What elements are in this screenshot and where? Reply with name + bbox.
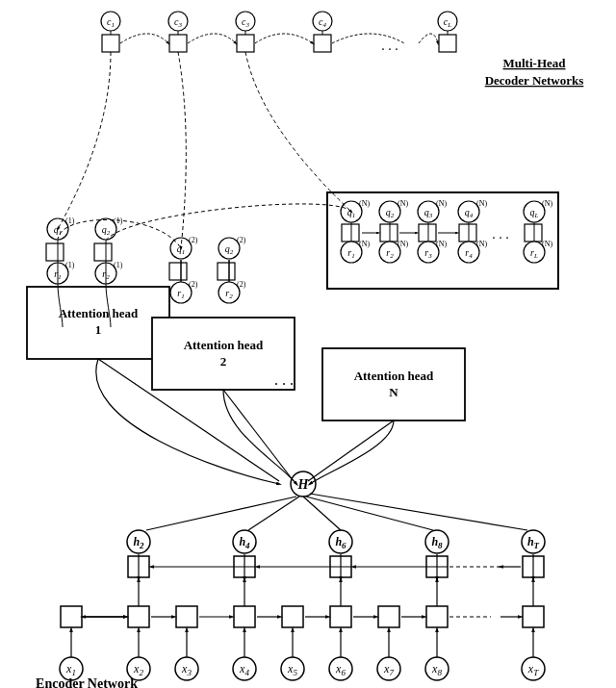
headN-sqL xyxy=(525,224,542,242)
architecture-diagram: x1 x2 x3 x4 x5 x6 x7 x8 xT h2 h4 h6 h8 h… xyxy=(0,0,616,688)
c-forward-3 xyxy=(255,34,313,43)
enc-sq-8 xyxy=(426,606,448,627)
sup-q2-2: (2) xyxy=(237,236,246,244)
head1-to-headN-link xyxy=(106,204,351,241)
sup-qL-N: (N) xyxy=(542,199,552,208)
sup-q2-N: (N) xyxy=(398,199,408,208)
H-to-hT xyxy=(310,494,527,530)
att-head-1-label-line1: Attention head xyxy=(59,306,139,320)
headN-sq2 xyxy=(380,224,398,242)
enc-sq-5 xyxy=(282,606,303,627)
sup-r2-N: (N) xyxy=(398,240,408,248)
sup-q1-1: (1) xyxy=(65,217,75,225)
dots-c: . . . xyxy=(381,38,398,53)
sup-q4-N: (N) xyxy=(476,199,487,208)
sup-r1-1: (1) xyxy=(65,261,75,269)
att-head-2-label-line2: 2 xyxy=(220,354,227,369)
sup-r2-2: (2) xyxy=(237,280,246,289)
headN-sq3 xyxy=(419,224,436,242)
c3a-sq xyxy=(169,35,187,52)
multi-head-title-2: Decoder Networks xyxy=(485,73,584,88)
head1-sq2 xyxy=(94,243,112,261)
diagram: x1 x2 x3 x4 x5 x6 x7 x8 xT h2 h4 h6 h8 h… xyxy=(0,0,616,688)
enc-sq-7 xyxy=(378,606,399,627)
dots-between-heads: . . . xyxy=(274,371,294,388)
head2-sq1 xyxy=(169,263,187,280)
cL-sq xyxy=(439,35,456,52)
c-forward-2 xyxy=(188,34,236,43)
H-label: H xyxy=(297,477,310,492)
c-forward-4 xyxy=(419,34,438,43)
sup-q3-N: (N) xyxy=(436,199,447,208)
headN-sq1 xyxy=(342,224,359,242)
dots-headN: . . . xyxy=(492,227,509,242)
sup-r3-N: (N) xyxy=(436,240,447,248)
enc-sq-6 xyxy=(330,606,351,627)
att-head-1-label-line2: 1 xyxy=(95,322,102,337)
c1-to-q1-1 xyxy=(58,52,111,229)
sup-r4-N: (N) xyxy=(476,240,487,248)
sup-q2-1: (1) xyxy=(114,217,123,225)
encoder-network-label: Encoder Network xyxy=(36,676,138,688)
c-forward-1 xyxy=(120,34,168,43)
sup-r1-N: (N) xyxy=(359,240,370,248)
c3b-sq xyxy=(237,35,254,52)
enc-sq-3 xyxy=(176,606,197,627)
sup-r1-2: (2) xyxy=(189,280,198,289)
enc-sq-2 xyxy=(128,606,149,627)
sup-rL-N: (N) xyxy=(542,240,552,248)
headN-to-H xyxy=(308,420,394,481)
c1-sq xyxy=(102,35,119,52)
sup-q1-N: (N) xyxy=(359,199,370,208)
H-to-h6 xyxy=(303,497,341,530)
head1-sq1 xyxy=(46,243,64,261)
att-head-2-label-line1: Attention head xyxy=(184,338,264,352)
c3b-to-q1-N xyxy=(245,52,351,212)
enc-sq-1 xyxy=(61,606,82,627)
sup-q1-2: (2) xyxy=(189,236,198,244)
headN-sq4 xyxy=(459,224,476,242)
att-head-N-label-line1: Attention head xyxy=(354,369,434,383)
att-head-N-label-line2: N xyxy=(389,385,398,399)
multi-head-title-1: Multi-Head xyxy=(503,56,567,70)
enc-sq-4 xyxy=(234,606,255,627)
head2-sq2 xyxy=(218,263,235,280)
H-to-h8 xyxy=(306,497,433,530)
sup-r2-1: (1) xyxy=(114,261,123,269)
c3a-to-q1-2 xyxy=(178,52,186,248)
enc-sq-T xyxy=(523,606,544,627)
c4-sq xyxy=(314,35,331,52)
